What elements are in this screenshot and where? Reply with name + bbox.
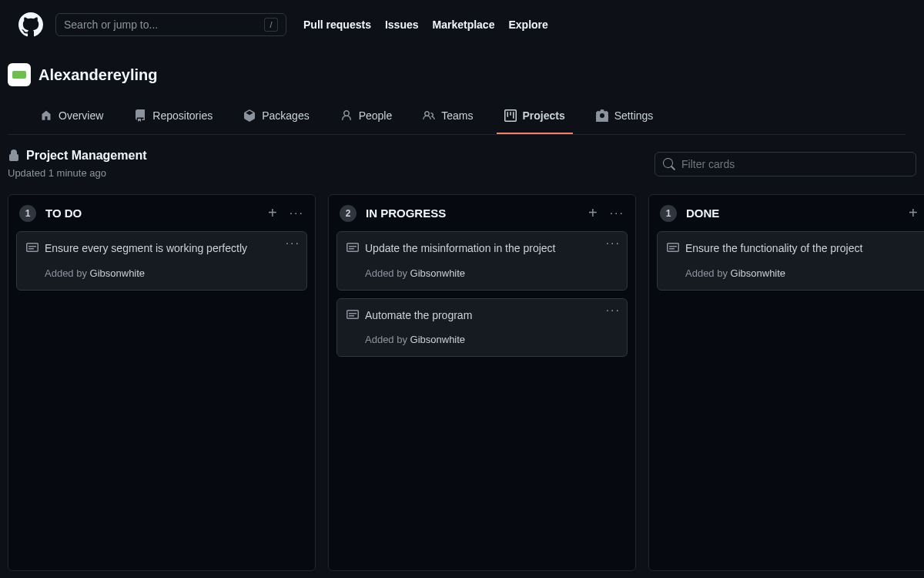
tab-people[interactable]: People [333,103,400,134]
tab-teams[interactable]: Teams [415,103,480,134]
card-menu-button[interactable]: ··· [286,237,300,250]
project-board: 1 TO DO + ··· ··· Ensure every segment i… [0,188,924,577]
lock-icon [8,150,20,162]
tab-packages[interactable]: Packages [236,103,316,134]
nav-explore[interactable]: Explore [508,18,547,31]
filter-input[interactable] [681,158,908,170]
add-card-button[interactable]: + [909,204,918,222]
tab-label: Overview [59,109,103,122]
column-title: DONE [686,207,719,220]
tab-label: Teams [441,109,473,122]
org-avatar[interactable] [8,63,31,86]
org-name[interactable]: Alexandereyling [38,66,158,84]
card-author[interactable]: Gibsonwhite [410,334,466,345]
slash-hotkey-badge: / [264,18,278,32]
github-logo[interactable] [18,12,43,37]
card-title: Update the misinformation in the project [365,241,618,257]
project-title: Project Management [26,149,146,163]
global-search[interactable]: / [55,13,286,36]
column-in-progress: 2 IN PROGRESS + ··· ··· Update the misin… [328,194,636,571]
org-header: Alexandereyling Overview Repositories Pa… [0,49,924,135]
tab-label: Repositories [152,109,213,122]
column-count: 2 [340,205,357,222]
tab-overview[interactable]: Overview [32,103,111,134]
nav-marketplace[interactable]: Marketplace [433,18,495,31]
project-toolbar: Project Management Updated 1 minute ago [0,135,924,188]
card-meta: Added by Gibsonwhite [685,267,924,279]
card-title: Automate the program [365,308,618,324]
tab-label: Projects [523,109,565,122]
nav-pull-requests[interactable]: Pull requests [303,18,371,31]
note-icon [26,241,38,254]
add-card-button[interactable]: + [588,204,598,222]
column-menu-button[interactable]: ··· [290,207,304,220]
global-header: / Pull requests Issues Marketplace Explo… [0,0,924,49]
tab-settings[interactable]: Settings [588,103,661,134]
tab-label: Packages [262,109,309,122]
card-menu-button[interactable]: ··· [606,304,621,318]
nav-issues[interactable]: Issues [385,18,419,31]
search-icon [663,158,675,170]
card[interactable]: ··· Ensure every segment is working perf… [16,231,307,291]
card-author[interactable]: Gibsonwhite [90,267,146,279]
column-done: 1 DONE + ··· ··· Ensure the functionalit… [648,194,924,571]
card-meta: Added by Gibsonwhite [365,267,618,279]
card-title: Ensure every segment is working perfectl… [45,241,297,257]
tab-projects[interactable]: Projects [497,103,573,134]
add-card-button[interactable]: + [268,204,277,222]
card-title: Ensure the functionality of the project [685,241,924,257]
org-tabs: Overview Repositories Packages People Te… [8,103,906,135]
card-author[interactable]: Gibsonwhite [731,267,786,279]
column-title: TO DO [45,207,82,220]
column-count: 1 [660,205,677,222]
note-icon [346,308,359,321]
card[interactable]: ··· Ensure the functionality of the proj… [657,231,924,291]
card[interactable]: ··· Automate the program Added by Gibson… [336,298,628,358]
column-title: IN PROGRESS [366,207,446,220]
tab-label: People [359,109,393,122]
global-nav: Pull requests Issues Marketplace Explore [303,18,548,31]
column-menu-button[interactable]: ··· [610,207,624,220]
card-menu-button[interactable]: ··· [606,237,621,250]
note-icon [667,241,679,254]
project-updated: Updated 1 minute ago [8,167,146,179]
filter-cards[interactable] [654,152,916,176]
card[interactable]: ··· Update the misinformation in the pro… [336,231,628,291]
card-meta: Added by Gibsonwhite [365,334,618,345]
tab-label: Settings [614,109,654,122]
tab-repositories[interactable]: Repositories [126,103,220,134]
column-todo: 1 TO DO + ··· ··· Ensure every segment i… [8,194,316,571]
note-icon [346,241,359,254]
column-count: 1 [19,205,36,222]
search-input[interactable] [64,18,264,31]
card-author[interactable]: Gibsonwhite [410,267,466,279]
card-meta: Added by Gibsonwhite [45,267,297,279]
